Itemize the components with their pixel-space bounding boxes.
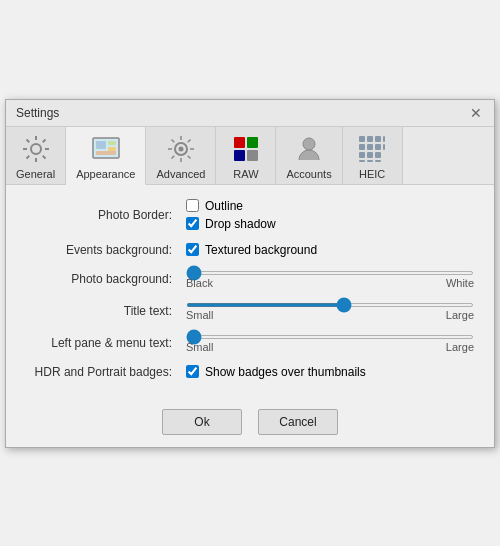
events-bg-controls: Textured background xyxy=(186,243,474,257)
events-bg-label: Events background: xyxy=(26,243,186,257)
drop-shadow-checkbox[interactable] xyxy=(186,217,199,230)
advanced-icon xyxy=(165,133,197,165)
title-text-max: Large xyxy=(446,309,474,321)
appearance-icon xyxy=(90,133,122,165)
events-bg-row: Events background: Textured background xyxy=(26,243,474,257)
tab-heic[interactable]: HEIC xyxy=(343,127,403,184)
photo-bg-slider[interactable] xyxy=(186,271,474,275)
photo-bg-row: Photo background: Black White xyxy=(26,269,474,289)
title-bar: Settings ✕ xyxy=(6,100,494,127)
outline-label: Outline xyxy=(205,199,243,213)
heic-icon xyxy=(356,133,388,165)
tab-appearance[interactable]: Appearance xyxy=(66,127,146,185)
svg-point-12 xyxy=(303,138,315,150)
hdr-row: HDR and Portrait badges: Show badges ove… xyxy=(26,365,474,379)
svg-rect-3 xyxy=(108,141,116,145)
svg-rect-20 xyxy=(383,144,385,150)
left-pane-min: Small xyxy=(186,341,214,353)
tab-accounts[interactable]: Accounts xyxy=(276,127,342,184)
photo-bg-controls: Black White xyxy=(186,269,474,289)
tab-advanced[interactable]: Advanced xyxy=(146,127,216,184)
svg-point-0 xyxy=(31,144,41,154)
outline-checkbox[interactable] xyxy=(186,199,199,212)
textured-bg-row: Textured background xyxy=(186,243,474,257)
general-icon xyxy=(20,133,52,165)
outline-row: Outline xyxy=(186,199,474,213)
left-pane-label: Left pane & menu text: xyxy=(26,336,186,350)
photo-border-row: Photo Border: Outline Drop shadow xyxy=(26,199,474,231)
svg-rect-21 xyxy=(359,152,365,158)
svg-rect-23 xyxy=(375,152,381,158)
photo-bg-min: Black xyxy=(186,277,213,289)
svg-rect-25 xyxy=(367,160,373,162)
svg-rect-5 xyxy=(96,151,116,155)
textured-bg-checkbox[interactable] xyxy=(186,243,199,256)
window-title: Settings xyxy=(16,106,59,120)
svg-rect-16 xyxy=(383,136,385,142)
svg-rect-4 xyxy=(108,147,116,151)
raw-icon xyxy=(230,133,262,165)
svg-rect-2 xyxy=(96,141,106,149)
tab-bar: General Appearance xyxy=(6,127,494,185)
svg-rect-17 xyxy=(359,144,365,150)
photo-border-label: Photo Border: xyxy=(26,208,186,222)
left-pane-row: Left pane & menu text: Small Large xyxy=(26,333,474,353)
settings-window: Settings ✕ General xyxy=(5,99,495,448)
photo-border-controls: Outline Drop shadow xyxy=(186,199,474,231)
svg-point-7 xyxy=(178,146,183,151)
tab-heic-label: HEIC xyxy=(359,168,385,180)
accounts-icon xyxy=(293,133,325,165)
tab-advanced-label: Advanced xyxy=(156,168,205,180)
drop-shadow-row: Drop shadow xyxy=(186,217,474,231)
title-text-controls: Small Large xyxy=(186,301,474,321)
hdr-badges-label: Show badges over thumbnails xyxy=(205,365,366,379)
hdr-badges-checkbox[interactable] xyxy=(186,365,199,378)
left-pane-max: Large xyxy=(446,341,474,353)
svg-rect-9 xyxy=(247,137,258,148)
close-button[interactable]: ✕ xyxy=(468,106,484,120)
svg-rect-19 xyxy=(375,144,381,150)
title-text-min: Small xyxy=(186,309,214,321)
svg-rect-13 xyxy=(359,136,365,142)
tab-general[interactable]: General xyxy=(6,127,66,184)
svg-rect-18 xyxy=(367,144,373,150)
svg-rect-14 xyxy=(367,136,373,142)
hdr-badges-row: Show badges over thumbnails xyxy=(186,365,474,379)
left-pane-labels: Small Large xyxy=(186,341,474,353)
photo-bg-max: White xyxy=(446,277,474,289)
svg-rect-11 xyxy=(247,150,258,161)
svg-rect-8 xyxy=(234,137,245,148)
content-area: Photo Border: Outline Drop shadow Events… xyxy=(6,185,494,401)
svg-rect-26 xyxy=(375,160,381,162)
left-pane-slider[interactable] xyxy=(186,335,474,339)
svg-rect-22 xyxy=(367,152,373,158)
title-text-label: Title text: xyxy=(26,304,186,318)
tab-accounts-label: Accounts xyxy=(286,168,331,180)
left-pane-slider-container: Small Large xyxy=(186,333,474,353)
hdr-label: HDR and Portrait badges: xyxy=(26,365,186,379)
svg-rect-24 xyxy=(359,160,365,162)
svg-rect-10 xyxy=(234,150,245,161)
drop-shadow-label: Drop shadow xyxy=(205,217,276,231)
textured-bg-label: Textured background xyxy=(205,243,317,257)
ok-button[interactable]: Ok xyxy=(162,409,242,435)
cancel-button[interactable]: Cancel xyxy=(258,409,338,435)
photo-bg-slider-container: Black White xyxy=(186,269,474,289)
footer: Ok Cancel xyxy=(6,401,494,447)
photo-bg-label: Photo background: xyxy=(26,272,186,286)
title-text-slider-container: Small Large xyxy=(186,301,474,321)
svg-rect-15 xyxy=(375,136,381,142)
tab-appearance-label: Appearance xyxy=(76,168,135,180)
photo-bg-labels: Black White xyxy=(186,277,474,289)
title-text-labels: Small Large xyxy=(186,309,474,321)
tab-raw[interactable]: RAW xyxy=(216,127,276,184)
left-pane-controls: Small Large xyxy=(186,333,474,353)
tab-raw-label: RAW xyxy=(233,168,258,180)
hdr-controls: Show badges over thumbnails xyxy=(186,365,474,379)
title-text-slider[interactable] xyxy=(186,303,474,307)
tab-general-label: General xyxy=(16,168,55,180)
title-text-row: Title text: Small Large xyxy=(26,301,474,321)
